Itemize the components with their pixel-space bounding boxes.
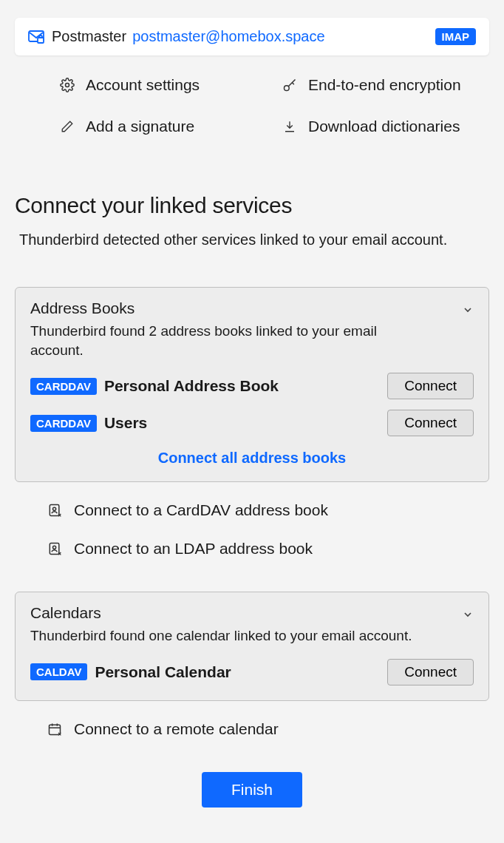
account-card: Postmaster postmaster@homebox.space IMAP (15, 18, 489, 55)
connect-all-address-books-link[interactable]: Connect all address books (158, 450, 347, 466)
address-book-icon (47, 541, 64, 556)
pencil-icon (59, 120, 75, 133)
protocol-badge: IMAP (435, 28, 477, 45)
account-settings-label: Account settings (86, 76, 200, 94)
svg-point-2 (66, 84, 69, 87)
calendars-panel: Calendars Thunderbird found one calendar… (15, 592, 489, 701)
connect-carddav-link[interactable]: Connect to a CardDAV address book (47, 501, 489, 519)
encryption-label: End-to-end encryption (308, 76, 461, 94)
chevron-down-icon[interactable] (462, 609, 474, 620)
download-icon (282, 120, 298, 133)
linked-services-title: Connect your linked services (15, 193, 489, 218)
dictionaries-label: Download dictionaries (308, 118, 460, 135)
signature-label: Add a signature (86, 118, 194, 135)
finish-button[interactable]: Finish (202, 772, 302, 808)
signature-link[interactable]: Add a signature (59, 118, 267, 135)
chevron-down-icon[interactable] (462, 304, 474, 316)
address-book-row: CARDDAV Personal Address Book Connect (30, 373, 474, 399)
connect-button[interactable]: Connect (387, 373, 474, 399)
address-book-name: Personal Address Book (104, 377, 279, 395)
calendar-icon (47, 722, 64, 737)
connect-ldap-label: Connect to an LDAP address book (74, 540, 313, 558)
carddav-badge: CARDDAV (30, 378, 97, 395)
account-email[interactable]: postmaster@homebox.space (132, 28, 324, 45)
calendars-title: Calendars (30, 604, 474, 622)
address-books-title: Address Books (30, 299, 474, 317)
address-book-icon (47, 503, 64, 518)
connect-ldap-link[interactable]: Connect to an LDAP address book (47, 540, 489, 558)
caldav-badge: CALDAV (30, 663, 87, 680)
connect-remote-calendar-link[interactable]: Connect to a remote calendar (47, 720, 489, 738)
connect-button[interactable]: Connect (387, 410, 474, 436)
svg-point-7 (53, 546, 56, 549)
connect-all-row: Connect all address books (30, 450, 474, 467)
connect-remote-calendar-label: Connect to a remote calendar (74, 720, 279, 738)
account-settings-link[interactable]: Account settings (59, 76, 267, 94)
key-icon (282, 78, 298, 92)
encryption-link[interactable]: End-to-end encryption (282, 76, 489, 94)
svg-rect-1 (38, 38, 44, 43)
connect-carddav-label: Connect to a CardDAV address book (74, 501, 328, 519)
dictionaries-link[interactable]: Download dictionaries (282, 118, 489, 135)
address-books-desc: Thunderbird found 2 address books linked… (30, 322, 415, 359)
calendar-row: CALDAV Personal Calendar Connect (30, 659, 474, 685)
account-name: Postmaster (52, 28, 126, 45)
calendar-name: Personal Calendar (95, 663, 231, 681)
connect-button[interactable]: Connect (387, 659, 474, 685)
gear-icon (59, 78, 75, 92)
svg-point-3 (285, 86, 290, 91)
address-book-name: Users (104, 414, 147, 432)
address-books-panel: Address Books Thunderbird found 2 addres… (15, 287, 489, 482)
calendars-desc: Thunderbird found one calendar linked to… (30, 626, 415, 646)
carddav-badge: CARDDAV (30, 415, 97, 432)
finish-row: Finish (15, 772, 489, 808)
quick-actions: Account settings End-to-end encryption A… (59, 76, 489, 135)
address-book-row: CARDDAV Users Connect (30, 410, 474, 436)
mail-lock-icon (28, 30, 44, 44)
linked-services-subtitle: Thunderbird detected other services link… (19, 231, 489, 248)
svg-point-5 (53, 508, 56, 511)
